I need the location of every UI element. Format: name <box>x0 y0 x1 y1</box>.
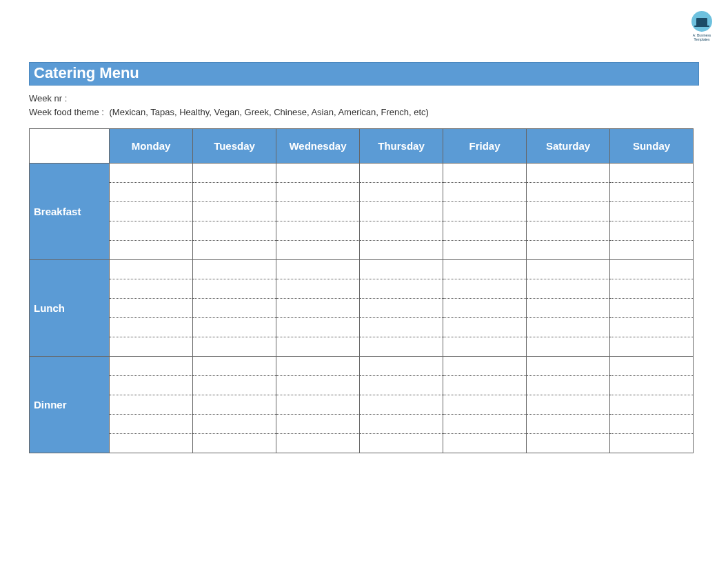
menu-cell[interactable] <box>110 164 193 260</box>
laptop-icon <box>691 11 712 32</box>
menu-cell[interactable] <box>110 357 193 453</box>
meal-header: Dinner <box>30 357 110 453</box>
brand-text-2: Templates <box>689 37 714 41</box>
menu-cell[interactable] <box>193 260 276 357</box>
table-corner <box>30 129 110 164</box>
document-page: Catering Menu Week nr : Week food theme … <box>0 0 728 467</box>
menu-cell[interactable] <box>527 357 610 453</box>
menu-cell[interactable] <box>610 164 694 260</box>
day-header: Monday <box>110 129 193 164</box>
menu-cell[interactable] <box>527 260 610 357</box>
menu-cell[interactable] <box>360 164 443 260</box>
day-header: Friday <box>443 129 527 164</box>
menu-cell[interactable] <box>610 357 694 453</box>
day-header: Thursday <box>360 129 443 164</box>
menu-cell[interactable] <box>610 260 694 357</box>
menu-cell[interactable] <box>360 260 443 357</box>
menu-cell[interactable] <box>360 357 443 453</box>
menu-cell[interactable] <box>443 164 527 260</box>
theme-label: Week food theme : <box>29 107 104 117</box>
menu-cell[interactable] <box>276 357 360 453</box>
menu-table: Monday Tuesday Wednesday Thursday Friday… <box>29 128 694 453</box>
day-header: Wednesday <box>276 129 360 164</box>
menu-cell[interactable] <box>443 260 527 357</box>
page-title: Catering Menu <box>29 62 699 86</box>
menu-cell[interactable] <box>527 164 610 260</box>
day-header: Tuesday <box>193 129 276 164</box>
day-header: Sunday <box>610 129 694 164</box>
day-header: Saturday <box>527 129 610 164</box>
menu-cell[interactable] <box>193 164 276 260</box>
week-nr-label: Week nr : <box>29 93 67 103</box>
menu-cell[interactable] <box>276 260 360 357</box>
menu-cell[interactable] <box>443 357 527 453</box>
theme-value[interactable]: (Mexican, Tapas, Healthy, Vegan, Greek, … <box>110 107 429 117</box>
meal-header: Breakfast <box>30 164 110 260</box>
meal-header: Lunch <box>30 260 110 357</box>
meta-block: Week nr : Week food theme : (Mexican, Ta… <box>29 92 699 119</box>
brand-logo: A: Business Templates <box>689 11 714 41</box>
menu-cell[interactable] <box>193 357 276 453</box>
menu-cell[interactable] <box>276 164 360 260</box>
menu-cell[interactable] <box>110 260 193 357</box>
